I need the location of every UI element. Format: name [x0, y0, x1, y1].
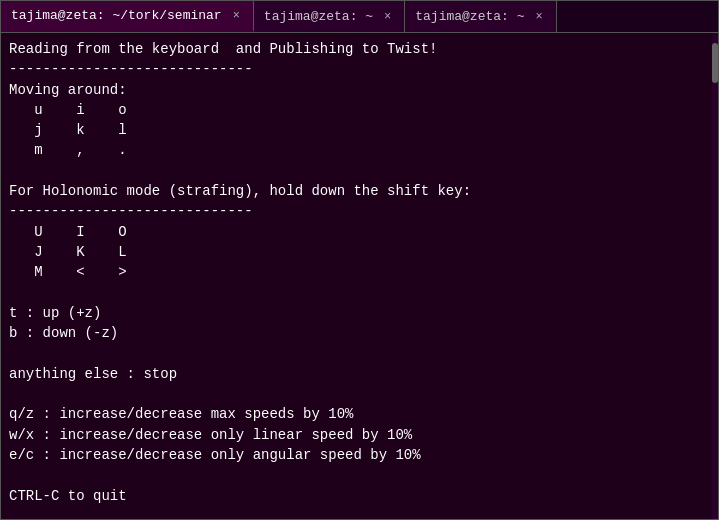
tab-bar: tajima@zeta: ~/tork/seminar × tajima@zet… [1, 1, 718, 33]
scrollbar[interactable] [712, 33, 718, 519]
tab-1[interactable]: tajima@zeta: ~/tork/seminar × [1, 1, 254, 32]
tab-3-label: tajima@zeta: ~ [415, 9, 524, 24]
tab-3-close[interactable]: × [532, 9, 545, 25]
tab-2-close[interactable]: × [381, 9, 394, 25]
terminal-body[interactable]: Reading from the keyboard and Publishing… [1, 33, 718, 519]
tab-1-close[interactable]: × [230, 8, 243, 24]
tab-2-label: tajima@zeta: ~ [264, 9, 373, 24]
tab-1-label: tajima@zeta: ~/tork/seminar [11, 8, 222, 23]
terminal-window: tajima@zeta: ~/tork/seminar × tajima@zet… [0, 0, 719, 520]
scrollbar-thumb[interactable] [712, 43, 718, 83]
tab-2[interactable]: tajima@zeta: ~ × [254, 1, 405, 32]
tab-3[interactable]: tajima@zeta: ~ × [405, 1, 556, 32]
terminal-output: Reading from the keyboard and Publishing… [9, 39, 710, 519]
